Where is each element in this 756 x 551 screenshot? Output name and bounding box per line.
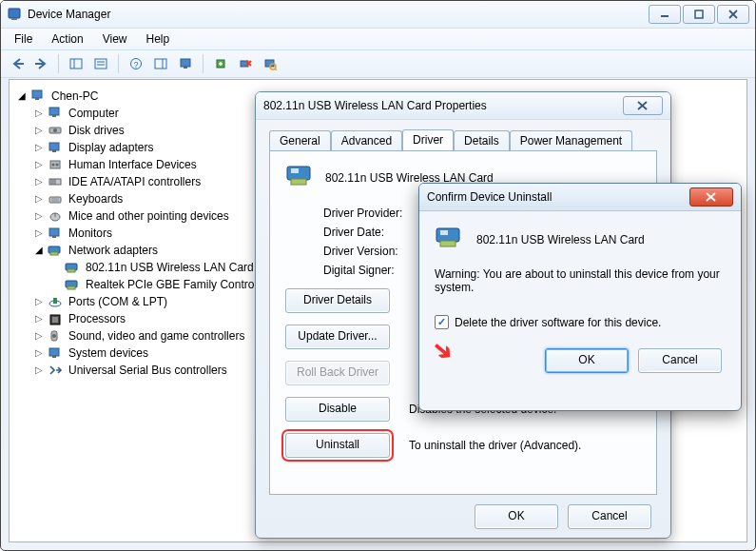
properties-button[interactable] — [89, 52, 112, 75]
close-button[interactable] — [717, 5, 749, 24]
svg-rect-60 — [49, 348, 59, 356]
device-category-icon — [48, 140, 63, 155]
svg-rect-18 — [184, 67, 187, 69]
cancel-button[interactable]: Cancel — [568, 504, 651, 529]
update-driver-button[interactable]: Update Driver... — [285, 325, 390, 349]
device-category-icon — [48, 157, 63, 172]
svg-rect-15 — [155, 59, 166, 69]
svg-rect-51 — [68, 269, 75, 272]
tree-category-label: System devices — [67, 344, 150, 362]
tree-category-label: Universal Serial Bus controllers — [67, 362, 229, 379]
confirm-warning-text: Warning: You are about to uninstall this… — [435, 267, 726, 294]
expand-icon[interactable]: ▷ — [32, 141, 46, 154]
forward-button[interactable] — [29, 52, 52, 75]
dialog-bottom-buttons: OK Cancel — [256, 504, 651, 529]
delete-driver-checkbox[interactable] — [435, 315, 449, 329]
twisty-spacer — [49, 261, 63, 274]
device-category-icon — [48, 191, 63, 207]
svg-rect-66 — [291, 168, 299, 173]
twisty-spacer — [49, 278, 63, 291]
scan-hardware-button[interactable] — [259, 52, 281, 75]
tree-category-label: Processors — [67, 310, 127, 327]
svg-rect-10 — [95, 59, 107, 69]
svg-rect-47 — [52, 236, 56, 238]
dialog-close-button[interactable] — [623, 96, 663, 115]
disable-button[interactable]: Disable — [285, 397, 390, 422]
driver-details-button[interactable]: Driver Details — [285, 288, 390, 313]
expand-icon[interactable]: ▷ — [32, 312, 46, 325]
tab-advanced[interactable]: Advanced — [331, 130, 402, 151]
menu-action[interactable]: Action — [42, 30, 92, 49]
tab-general[interactable]: General — [269, 130, 331, 151]
tree-category-label: Human Interface Devices — [67, 156, 199, 173]
expand-icon[interactable]: ▷ — [32, 295, 46, 308]
expand-icon[interactable]: ▷ — [32, 192, 46, 206]
confirm-close-button[interactable] — [689, 187, 733, 207]
expand-icon[interactable]: ▷ — [32, 107, 46, 120]
maximize-button[interactable] — [683, 5, 715, 24]
expand-icon[interactable]: ▷ — [32, 175, 46, 188]
tree-category-label: Ports (COM & LPT) — [67, 293, 169, 310]
svg-rect-0 — [9, 9, 20, 18]
svg-line-25 — [275, 69, 277, 70]
tree-category-label: IDE ATA/ATAPI controllers — [67, 173, 203, 190]
confirm-ok-button[interactable]: OK — [545, 348, 629, 373]
svg-rect-70 — [440, 241, 456, 246]
help-button[interactable]: ? — [125, 52, 147, 75]
svg-point-35 — [52, 164, 55, 167]
expand-icon[interactable]: ▷ — [32, 124, 46, 137]
device-category-icon — [48, 294, 63, 309]
menu-file[interactable]: File — [5, 30, 42, 49]
confirm-device-name: 802.11n USB Wireless LAN Card — [476, 233, 645, 246]
computer-icon — [30, 89, 46, 104]
confirm-device-header: 802.11n USB Wireless LAN Card — [435, 225, 726, 254]
tree-device-label: 802.11n USB Wireless LAN Card — [84, 259, 256, 276]
svg-rect-53 — [68, 286, 75, 289]
tab-details[interactable]: Details — [454, 130, 510, 151]
expand-icon[interactable]: ▷ — [32, 329, 46, 343]
delete-driver-label: Delete the driver software for this devi… — [455, 316, 661, 329]
tree-root-label: Chen-PC — [49, 88, 100, 105]
menu-help[interactable]: Help — [137, 30, 180, 49]
tab-power[interactable]: Power Management — [510, 130, 632, 151]
svg-rect-49 — [50, 252, 58, 255]
uninstall-button[interactable] — [234, 52, 257, 75]
toolbar-separator — [203, 54, 204, 73]
tree-category-label: Monitors — [67, 225, 114, 242]
device-category-icon — [48, 226, 63, 241]
label-digital-signer: Digital Signer: — [323, 264, 409, 277]
svg-rect-46 — [49, 228, 59, 236]
expand-icon[interactable]: ◢ — [15, 89, 29, 103]
update-driver-button[interactable] — [209, 52, 232, 75]
svg-text:?: ? — [133, 60, 138, 69]
action-pane-button[interactable] — [149, 52, 172, 75]
show-hide-console-button[interactable] — [65, 52, 87, 75]
device-category-icon — [48, 363, 63, 378]
menu-view[interactable]: View — [93, 30, 137, 49]
window-title: Device Manager — [28, 8, 647, 21]
tree-category-label: Mice and other pointing devices — [67, 207, 231, 225]
back-button[interactable] — [7, 52, 29, 75]
confirm-body: 802.11n USB Wireless LAN Card Warning: Y… — [419, 211, 741, 381]
expand-icon[interactable]: ▷ — [32, 226, 46, 240]
expand-icon[interactable]: ◢ — [32, 244, 46, 257]
expand-icon[interactable]: ▷ — [32, 346, 46, 360]
svg-rect-28 — [49, 108, 59, 115]
minimize-button[interactable] — [649, 5, 681, 24]
toolbar-nav-group — [7, 52, 52, 75]
tree-category-label: Network adapters — [67, 242, 160, 259]
ok-button[interactable]: OK — [475, 504, 558, 529]
network-adapter-icon — [285, 163, 316, 193]
refresh-button[interactable] — [174, 52, 197, 75]
confirm-title: Confirm Device Uninstall — [427, 190, 689, 204]
device-category-icon — [48, 208, 63, 224]
tab-driver[interactable]: Driver — [402, 129, 454, 150]
expand-icon[interactable]: ▷ — [32, 158, 46, 171]
rollback-driver-button[interactable]: Roll Back Driver — [285, 361, 390, 385]
app-icon — [7, 7, 22, 22]
menubar: File Action View Help — [1, 28, 755, 50]
expand-icon[interactable]: ▷ — [32, 209, 46, 223]
uninstall-button[interactable]: Uninstall — [285, 433, 390, 458]
expand-icon[interactable]: ▷ — [32, 364, 46, 377]
confirm-cancel-button[interactable]: Cancel — [638, 348, 722, 373]
